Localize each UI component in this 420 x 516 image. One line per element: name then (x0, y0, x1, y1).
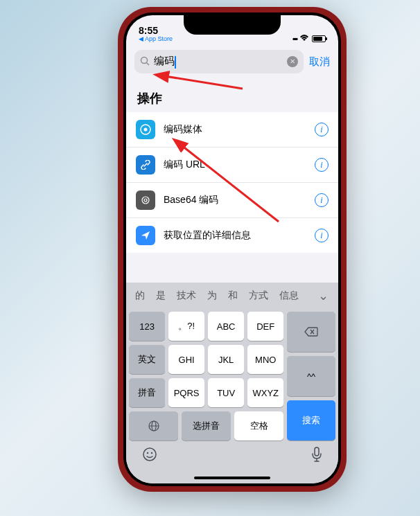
key-backspace[interactable] (287, 312, 335, 352)
expand-candidates-icon[interactable]: ⌄ (313, 288, 334, 303)
info-icon[interactable]: i (315, 229, 329, 242)
candidate[interactable]: 和 (223, 290, 243, 302)
candidate-bar: 的 是 技术 为 和 方式 信息 ⌄ (126, 283, 338, 309)
info-icon[interactable]: i (315, 158, 329, 172)
item-label: Base64 编码 (164, 194, 306, 206)
key-jkl[interactable]: JKL (208, 345, 244, 374)
candidate[interactable]: 方式 (244, 290, 273, 302)
svg-point-9 (143, 448, 156, 461)
actions-list: 编码媒体 i 编码 URL i Base64 编码 (126, 112, 338, 253)
notch (184, 15, 281, 35)
phone-frame: 8:55 ◀ App Store •••• 编码 (118, 7, 347, 492)
list-item[interactable]: 编码媒体 i (126, 112, 338, 148)
key-wxyz[interactable]: WXYZ (247, 378, 283, 407)
key-abc[interactable]: ABC (208, 312, 244, 341)
item-label: 编码媒体 (164, 123, 306, 136)
key-english[interactable]: 英文 (129, 345, 165, 374)
key-globe[interactable] (129, 411, 178, 441)
home-indicator[interactable] (194, 477, 270, 479)
key-reinput[interactable]: ^^ (287, 356, 335, 396)
search-query: 编码 (154, 55, 283, 68)
key-mno[interactable]: MNO (247, 345, 283, 374)
keyboard: 的 是 技术 为 和 方式 信息 ⌄ 123 。?! (126, 283, 338, 483)
candidate[interactable]: 是 (151, 290, 170, 302)
svg-point-5 (144, 199, 147, 202)
svg-point-4 (142, 197, 149, 204)
key-pinyin[interactable]: 拼音 (129, 378, 165, 407)
svg-point-11 (151, 452, 152, 454)
signal-icon: •••• (292, 35, 297, 43)
key-pqrs[interactable]: PQRS (168, 378, 204, 407)
key-punct[interactable]: 。?! (168, 312, 204, 341)
candidate[interactable]: 的 (130, 290, 150, 302)
candidate[interactable]: 技术 (172, 290, 201, 302)
svg-line-1 (147, 62, 150, 65)
search-row: 编码 ✕ 取消 (126, 46, 338, 80)
screen: 8:55 ◀ App Store •••• 编码 (126, 15, 338, 483)
item-label: 获取位置的详细信息 (164, 229, 306, 242)
svg-rect-12 (315, 447, 319, 456)
candidate[interactable]: 信息 (274, 290, 304, 302)
search-input[interactable]: 编码 ✕ (134, 50, 304, 73)
svg-point-10 (147, 452, 148, 454)
key-select-pinyin[interactable]: 选拼音 (182, 411, 231, 441)
cancel-button[interactable]: 取消 (309, 55, 330, 69)
emoji-icon[interactable] (141, 446, 158, 467)
gear-icon (136, 190, 155, 210)
key-def[interactable]: DEF (247, 312, 283, 341)
status-time: 8:55 (139, 26, 173, 36)
media-icon (136, 120, 155, 139)
location-icon (136, 226, 155, 245)
clear-icon[interactable]: ✕ (287, 56, 298, 67)
svg-point-0 (141, 57, 148, 63)
list-item[interactable]: 获取位置的详细信息 i (126, 218, 338, 253)
link-icon (136, 155, 155, 175)
key-ghi[interactable]: GHI (168, 345, 204, 374)
key-123[interactable]: 123 (129, 312, 165, 341)
svg-point-3 (144, 128, 148, 132)
candidate[interactable]: 为 (202, 290, 222, 302)
info-icon[interactable]: i (315, 193, 329, 207)
list-item[interactable]: 编码 URL i (126, 148, 338, 183)
search-icon (140, 56, 150, 68)
back-to-app[interactable]: ◀ App Store (139, 36, 173, 43)
key-tuv[interactable]: TUV (208, 378, 244, 407)
wifi-icon (299, 35, 309, 43)
section-header: 操作 (126, 80, 338, 112)
item-label: 编码 URL (164, 159, 306, 171)
list-item[interactable]: Base64 编码 i (126, 183, 338, 218)
mic-icon[interactable] (310, 446, 323, 467)
key-search[interactable]: 搜索 (287, 400, 335, 441)
key-space[interactable]: 空格 (234, 411, 283, 441)
battery-icon (312, 35, 326, 42)
info-icon[interactable]: i (315, 123, 329, 136)
